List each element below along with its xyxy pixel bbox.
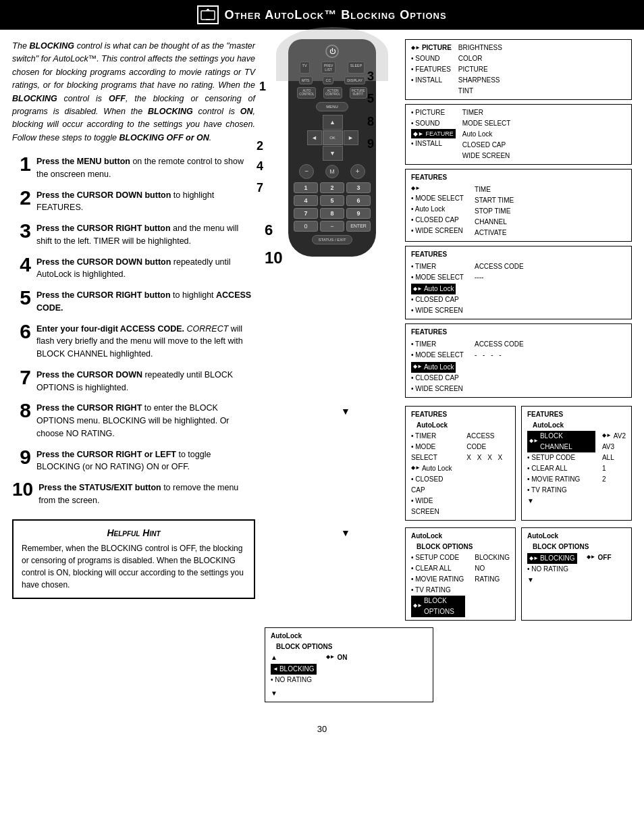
vol-down-button[interactable]: − [299,164,314,179]
step-label-8: 8 [367,115,374,129]
menu-panels-section: ◆►PICTURE • SOUND • FEATURES • INSTALL B… [405,39,632,398]
step-2: 2 Press the CURSOR DOWN button to highli… [12,188,255,215]
dash-button[interactable]: − [320,221,344,232]
bottom-panels-row2: ▼ AutoLock BLOCK OPTIONS • SETUP CODE • … [265,527,632,621]
page-number: 30 [0,719,644,739]
dpad-ok[interactable]: OK [323,130,343,145]
step-1: 1 Press the MENU button on the remote co… [12,154,255,181]
panel-block-options-left: AutoLock BLOCK OPTIONS • SETUP CODE • CL… [405,527,516,621]
arrow-area-2: ▼ [265,527,400,621]
dpad-down[interactable]: ▼ [323,146,343,161]
block-options-right-left: ◆► BLOCKING • NO RATING ▼ [527,552,577,585]
panel-access-left: • TIMER • MODE SELECT ◆►Auto Lock • CLOS… [411,431,457,517]
action-control-button[interactable]: ACTIONCONTROL [323,87,342,99]
panel-block-channel-left: ◆► BLOCK CHANNEL • SETUP CODE • CLEAR AL… [527,431,595,506]
step-label-2: 2 [257,139,263,153]
num-6[interactable]: 6 [346,195,371,206]
sleep-button[interactable]: SLEEP [348,61,365,74]
menu-panel-3: FEATURES ◆► • MODE SELECT • Auto Lock • … [405,169,632,242]
remote-feature-buttons: AUTOCONTROL ACTIONCONTROL PICTURESUBTIT. [294,87,371,99]
step-7-number: 7 [12,367,31,388]
num-8[interactable]: 8 [320,208,344,219]
right-column: 1 3 5 8 9 2 4 7 6 10 ⏻ [265,39,632,702]
num-9[interactable]: 9 [346,208,371,219]
dpad-right[interactable]: ► [344,130,358,145]
tv-button[interactable]: TV [300,61,310,74]
num-7[interactable]: 7 [294,208,318,219]
menu-panel-4-right: ACCESS CODE ---- [475,261,524,316]
remote-menu-row: MENU [294,102,371,111]
step-9-text: Press the CURSOR RIGHT or LEFT to toggle… [36,447,255,474]
intro-paragraph: The BLOCKING control is what can be thou… [12,39,255,145]
block-options-left-items: • SETUP CODE • CLEAR ALL • MOVIE RATING … [411,552,465,617]
mts-button[interactable]: MTS [299,76,313,84]
step-5-text: Press the CURSOR RIGHT button to highlig… [36,288,255,315]
step-6: 6 Enter your four-digit ACCESS CODE. COR… [12,321,255,361]
step-6-text: Enter your four-digit ACCESS CODE. CORRE… [36,321,255,361]
remote-mid-buttons: MTS CC DISPLAY [294,76,371,84]
main-content: The BLOCKING control is what can be thou… [0,30,644,712]
cc-button[interactable]: CC [323,76,333,84]
left-column: The BLOCKING control is what can be thou… [12,39,255,702]
step-label-1: 1 [259,80,266,94]
vol-up-button[interactable]: + [350,164,365,179]
dpad-up[interactable]: ▲ [323,115,343,130]
step-label-3: 3 [367,70,374,84]
step-label-7: 7 [257,181,263,195]
panel-access-right: ACCESS CODE X X X X [466,431,510,517]
mute-button[interactable]: M [325,165,339,178]
step-8: 8 Press the CURSOR RIGHT to enter the BL… [12,400,255,440]
power-button[interactable]: ⏻ [325,45,339,58]
step-3-number: 3 [12,221,31,241]
panel-access-code: FEATURES AutoLock • TIMER • MODE SELECT … [405,406,516,521]
step-5: 5 Press the CURSOR RIGHT button to highl… [12,288,255,315]
num-2[interactable]: 2 [320,182,344,193]
step-label-9: 9 [367,137,374,151]
final-panel-row: AutoLock BLOCK OPTIONS ▲ ◄ BLOCKING • NO… [265,627,632,702]
step-4-text: Press the CURSOR DOWN button repeatedly … [36,255,255,282]
menu-panel-5: FEATURES • TIMER • MODE SELECT ◆► Auto L… [405,323,632,397]
auto-control-button[interactable]: AUTOCONTROL [297,87,316,99]
block-options-left-right: BLOCKING NO RATING [475,552,510,617]
prev-list-button[interactable]: PREVLIST [321,61,336,74]
num-3[interactable]: 3 [346,182,371,193]
menu-panel-1-left: ◆►PICTURE • SOUND • FEATURES • INSTALL [411,43,452,97]
hint-title: Helpful Hint [22,527,246,538]
menu-panel-4: FEATURES • TIMER • MODE SELECT ◆► Auto L… [405,246,632,319]
remote-top-buttons: TV PREVLIST SLEEP [294,61,371,74]
dpad: ▲ ◄ OK ► ▼ [307,115,358,161]
num-1[interactable]: 1 [294,182,318,193]
final-right: ◆►ON [326,652,348,663]
menu-panel-2: • PICTURE • SOUND ◆► FEATURE • INSTALL T… [405,104,632,165]
panel-final: AutoLock BLOCK OPTIONS ▲ ◄ BLOCKING • NO… [265,627,433,702]
steps-list: 1 Press the MENU button on the remote co… [12,154,255,507]
menu-panel-2-left: • PICTURE • SOUND ◆► FEATURE • INSTALL [411,107,456,161]
status-exit-button[interactable]: STATUS / EXIT [312,235,352,244]
step-1-text: Press the MENU button on the remote cont… [36,154,255,181]
block-options-right-right: ◆►OFF [587,552,612,585]
dpad-left[interactable]: ◄ [307,130,322,145]
header-icon [197,5,219,24]
num-4[interactable]: 4 [294,195,318,206]
step-3-text: Press the CURSOR RIGHT button and the me… [36,221,255,248]
menu-panel-1-right: BRIGHTNESS COLOR PICTURE SHARPNESS TINT [458,43,502,97]
num-0[interactable]: 0 [294,221,318,232]
step-label-4: 4 [257,159,263,174]
num-5[interactable]: 5 [320,195,344,206]
step-7: 7 Press the CURSOR DOWN repeatedly until… [12,367,255,394]
enter-button[interactable]: ENTER [346,221,371,232]
step-label-6: 6 [265,221,273,239]
remote-bottom-row: STATUS / EXIT [294,235,371,244]
bottom-panels-row1: ▼ FEATURES AutoLock • TIMER • MODE SELEC… [265,406,632,521]
remote-power-row: ⏻ [294,45,371,58]
panel-block-channel: FEATURES AutoLock ◆► BLOCK CHANNEL • SET… [521,406,632,521]
menu-panel-5-right: ACCESS CODE - - - - [475,339,524,394]
step-10-number: 10 [12,480,33,499]
step-9-number: 9 [12,447,31,467]
display-button[interactable]: DISPLAY [344,76,365,84]
picture-button[interactable]: PICTURESUBTIT. [350,87,367,99]
numpad: 1 2 3 4 5 6 7 8 9 0 − ENTER [294,182,371,232]
menu-button[interactable]: MENU [316,102,348,111]
menu-panel-3-left: ◆► • MODE SELECT • Auto Lock • CLOSED CA… [411,184,464,238]
step-label-10: 10 [265,249,283,267]
